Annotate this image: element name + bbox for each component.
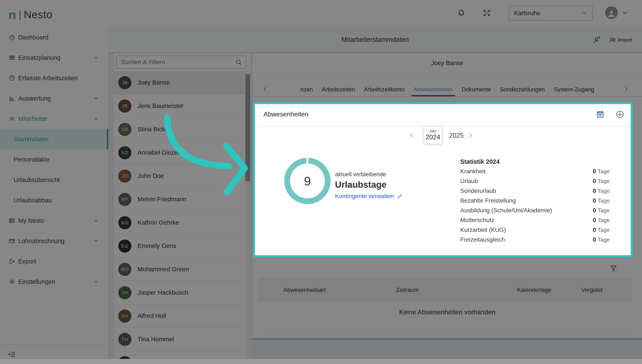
statistics-rows: Krankheit 0 Tage Urlaub 0 Tage Sonderurl… <box>460 166 610 244</box>
plus-circle-icon <box>615 110 624 119</box>
statistic-unit: Tage <box>598 178 610 184</box>
statistic-label: Freizeitausgleich <box>460 236 505 243</box>
manage-quota-row: Kontingente verwalten <box>335 193 403 200</box>
remaining-days-caption: aktuell verbleibende <box>335 171 386 178</box>
statistic-row: Kurzarbeit (KUG) 0 Tage <box>460 225 610 235</box>
next-year-button[interactable] <box>467 132 474 138</box>
divider <box>255 126 631 127</box>
statistics-block: Statistik 2024 Krankheit 0 Tage Urlaub 0… <box>460 157 610 244</box>
remaining-days-label: Urlaubstage <box>335 180 387 190</box>
statistic-unit: Tage <box>598 198 610 204</box>
statistic-label: Kurzarbeit (KUG) <box>460 226 506 233</box>
add-absence-button[interactable] <box>615 110 624 119</box>
chevron-right-icon <box>467 132 474 138</box>
statistic-unit: Tage <box>598 227 610 233</box>
statistic-row: Ausbildung (Schule/Uni/Akademie) 0 Tage <box>460 206 610 215</box>
calendar-note-icon <box>595 110 605 119</box>
bottom-strip <box>0 359 642 364</box>
absence-calendar-button[interactable] <box>595 110 605 119</box>
statistic-unit: Tage <box>598 236 610 243</box>
statistic-label: Krankheit <box>460 168 485 175</box>
statistic-value: 0 <box>593 226 596 233</box>
statistic-unit: Tage <box>598 168 610 175</box>
statistic-label: Urlaub <box>460 178 478 184</box>
statistics-title: Statistik 2024 <box>460 157 610 166</box>
statistic-row: Krankheit 0 Tage <box>460 166 610 176</box>
absence-panel-title: Abwesenheiten <box>263 104 308 124</box>
statistic-value: 0 <box>593 168 596 175</box>
statistic-row: Bezahlte Freistellung 0 Tage <box>460 196 610 206</box>
statistic-label: Bezahlte Freistellung <box>460 197 516 204</box>
statistic-row: Urlaub 0 Tage <box>460 176 610 186</box>
manage-quota-link[interactable]: Kontingente verwalten <box>335 193 394 200</box>
statistic-row: Sonderurlaub 0 Tage <box>460 186 610 196</box>
statistic-value: 0 <box>593 188 596 194</box>
previous-year-button[interactable] <box>409 132 415 138</box>
statistic-row: Mutterschutz 0 Tage <box>460 215 610 225</box>
remaining-days-value: 9 <box>284 158 331 204</box>
pencil-icon[interactable] <box>397 193 403 199</box>
vacation-days-donut: 9 <box>284 158 331 204</box>
statistic-unit: Tage <box>598 188 610 194</box>
selected-year: 2024 <box>426 134 440 141</box>
statistic-label: Ausbildung (Schule/Uni/Akademie) <box>460 207 552 214</box>
page: n | Nesto Dashboard Einsatzplanung Erfas… <box>0 0 642 364</box>
absence-highlight-panel: Abwesenheiten Jahr 2024 2025 9 aktuell v… <box>253 102 633 257</box>
statistic-value: 0 <box>593 236 596 243</box>
statistic-label: Sonderurlaub <box>460 188 496 194</box>
statistic-value: 0 <box>593 217 596 224</box>
statistic-label: Mutterschutz <box>460 217 494 224</box>
chevron-left-icon <box>409 132 415 138</box>
statistic-value: 0 <box>593 207 596 214</box>
year-label: Jahr <box>429 129 436 134</box>
statistic-value: 0 <box>593 178 596 184</box>
statistic-unit: Tage <box>598 207 610 214</box>
statistic-row: Freizeitausgleich 0 Tage <box>460 235 610 244</box>
statistic-unit: Tage <box>598 217 610 224</box>
year-selected-card[interactable]: Jahr 2024 <box>424 127 442 144</box>
statistic-value: 0 <box>593 197 596 204</box>
